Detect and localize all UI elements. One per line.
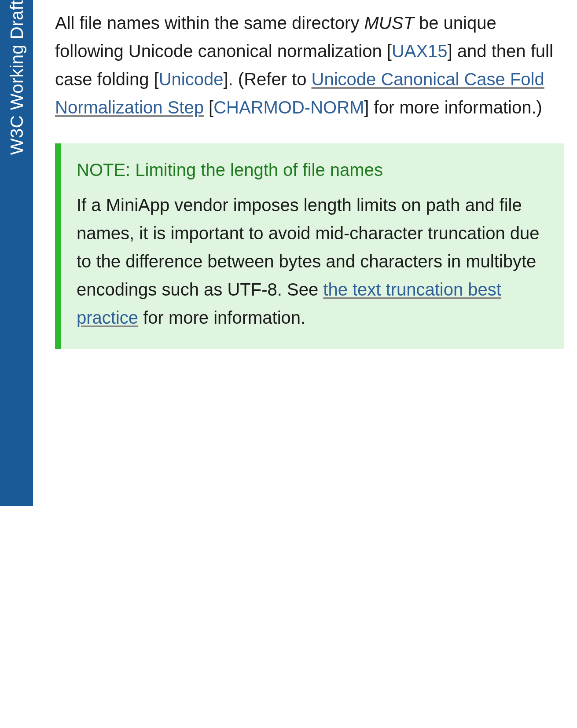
status-label: W3C Working Draft [3, 0, 31, 168]
rfc2119-must: MUST [364, 13, 414, 33]
main-paragraph: All file names within the same directory… [55, 9, 564, 121]
para-text-5: [ [204, 98, 213, 117]
note-body-text-2: for more information. [138, 308, 305, 327]
ref-unicode[interactable]: Unicode [159, 70, 224, 89]
para-text-1: All file names within the same directory [55, 13, 364, 33]
note-body: If a MiniApp vendor imposes length limit… [77, 191, 551, 332]
status-sidebar: W3C Working Draft [0, 0, 33, 506]
para-text-4: ]. (Refer to [223, 70, 311, 89]
note-box: NOTE: Limiting the length of file names … [55, 143, 564, 349]
para-text-6: ] for more information.) [364, 98, 542, 117]
ref-charmod[interactable]: CHARMOD-NORM [213, 98, 364, 117]
document-content: All file names within the same directory… [33, 0, 577, 728]
note-heading: NOTE: Limiting the length of file names [77, 157, 551, 183]
ref-uax15[interactable]: UAX15 [392, 41, 448, 61]
